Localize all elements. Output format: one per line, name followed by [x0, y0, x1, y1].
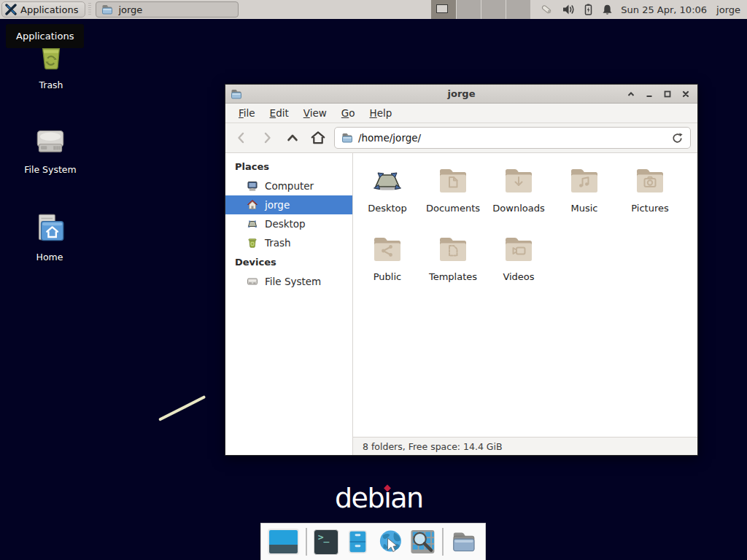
window-titlebar[interactable]: jorge — [225, 85, 697, 104]
desktop-workspace-icon — [370, 163, 405, 198]
folder-label: Downloads — [492, 203, 544, 214]
top-panel: Applications jorge — [0, 0, 747, 19]
home-button[interactable] — [309, 128, 328, 147]
battery-charging-icon[interactable] — [583, 4, 594, 15]
wallpaper-swirl-line — [158, 395, 206, 421]
menu-view[interactable]: View — [296, 104, 334, 122]
up-icon — [285, 131, 300, 145]
menu-help[interactable]: Help — [363, 104, 400, 122]
home-icon — [310, 130, 326, 146]
location-folder-icon — [341, 132, 353, 144]
app-finder-launcher[interactable] — [410, 529, 436, 555]
web-browser-launcher[interactable] — [377, 528, 404, 556]
minimize-button[interactable] — [643, 88, 655, 100]
taskbar-window-label: jorge — [118, 4, 142, 15]
back-button[interactable] — [232, 128, 251, 147]
sidebar-item-label: Desktop — [265, 218, 306, 230]
hard-drive-small-icon — [247, 276, 258, 287]
reload-icon[interactable] — [671, 132, 684, 144]
folder-item-music[interactable]: Music — [551, 163, 617, 231]
applications-menu-label: Applications — [20, 4, 78, 15]
system-tray — [540, 4, 613, 16]
user-home-icon — [247, 199, 258, 211]
panel-grip-handle[interactable] — [87, 3, 92, 16]
workspace-1[interactable] — [431, 0, 456, 19]
sidebar-item-label: File System — [265, 276, 321, 287]
folder-launcher[interactable] — [450, 529, 479, 555]
sidebar: Places Computer jorge — [225, 153, 353, 455]
folder-item-public[interactable]: Public — [355, 231, 420, 300]
workspace-4[interactable] — [506, 0, 530, 19]
sidebar-item-label: Computer — [265, 180, 314, 192]
terminal-prompt-glyph: >_ — [318, 532, 330, 542]
folder-item-videos[interactable]: Videos — [486, 231, 551, 300]
location-bar[interactable]: /home/jorge/ — [334, 127, 691, 149]
sidebar-header-devices: Devices — [225, 252, 352, 272]
desktop-icon-file-system[interactable]: File System — [9, 122, 91, 175]
location-path: /home/jorge/ — [358, 132, 421, 144]
workspace-2[interactable] — [456, 0, 481, 19]
folder-label: Videos — [503, 271, 534, 282]
menubar: File Edit View Go Help — [225, 104, 697, 123]
maximize-button[interactable] — [662, 88, 673, 100]
removable-device-icon[interactable] — [540, 4, 554, 16]
applications-tooltip-text: Applications — [16, 31, 74, 42]
dock-separator — [306, 528, 307, 556]
shade-button[interactable] — [625, 88, 637, 100]
panel-clock[interactable]: Sun 25 Apr, 10:06 — [621, 4, 707, 15]
workspace-3[interactable] — [481, 0, 506, 19]
folder-label: Pictures — [631, 203, 668, 214]
desktop-icon-label: Home — [36, 252, 63, 262]
folder-item-desktop[interactable]: Desktop — [355, 163, 420, 231]
statusbar-text: 8 folders, Free space: 14.4 GiB — [363, 441, 503, 452]
show-desktop-button[interactable] — [268, 529, 299, 555]
panel-username[interactable]: jorge — [716, 4, 740, 15]
folder-item-pictures[interactable]: Pictures — [617, 163, 683, 231]
folder-item-templates[interactable]: Templates — [420, 231, 486, 300]
pictures-folder-icon — [632, 163, 667, 198]
menu-go[interactable]: Go — [334, 104, 363, 122]
documents-folder-icon — [436, 163, 471, 198]
volume-icon[interactable] — [562, 4, 575, 15]
folder-label: Desktop — [368, 203, 407, 214]
toolbar: /home/jorge/ — [225, 123, 697, 153]
applications-tooltip: Applications — [6, 24, 84, 48]
sidebar-item-file-system[interactable]: File System — [225, 272, 352, 291]
templates-folder-icon — [436, 231, 471, 266]
sidebar-item-label: Trash — [265, 237, 291, 249]
desktop-icon-home[interactable]: Home — [9, 210, 90, 262]
notifications-bell-icon[interactable] — [602, 4, 613, 15]
close-button[interactable] — [680, 88, 692, 100]
debian-wordmark: debıan — [335, 483, 423, 514]
folder-item-documents[interactable]: Documents — [420, 163, 486, 231]
sidebar-item-jorge[interactable]: jorge — [225, 195, 352, 214]
menu-edit[interactable]: Edit — [263, 104, 296, 122]
forward-icon — [260, 131, 274, 145]
sidebar-item-desktop[interactable]: Desktop — [225, 214, 352, 233]
debian-i-diamond: ı — [384, 483, 390, 514]
back-icon — [234, 131, 249, 145]
sidebar-item-computer[interactable]: Computer — [225, 176, 352, 195]
public-folder-icon — [370, 231, 405, 266]
window-folder-icon — [231, 88, 242, 100]
folder-item-downloads[interactable]: Downloads — [486, 163, 551, 231]
window-body: Places Computer jorge — [225, 153, 697, 455]
up-button[interactable] — [283, 128, 302, 147]
file-manager-launcher[interactable] — [345, 529, 371, 555]
sidebar-header-places: Places — [225, 157, 352, 176]
folder-label: Documents — [426, 203, 480, 214]
menu-file[interactable]: File — [231, 104, 263, 122]
forward-button[interactable] — [258, 128, 276, 147]
applications-menu-button[interactable]: Applications — [1, 1, 85, 18]
terminal-launcher[interactable]: >_ — [314, 529, 338, 555]
main-pane: Desktop Documents Downloads — [353, 153, 697, 455]
workspace-switcher — [431, 0, 530, 19]
dock-panel: >_ — [260, 523, 486, 560]
file-grid: Desktop Documents Downloads — [353, 153, 697, 437]
desktop-icon-label: Trash — [39, 79, 63, 90]
statusbar: 8 folders, Free space: 14.4 GiB — [353, 437, 697, 455]
folder-label: Music — [571, 203, 598, 214]
sidebar-item-trash[interactable]: Trash — [225, 233, 352, 252]
file-manager-window: jorge File Edit View Go Help — [225, 84, 698, 456]
taskbar-window-button[interactable]: jorge — [96, 1, 239, 18]
